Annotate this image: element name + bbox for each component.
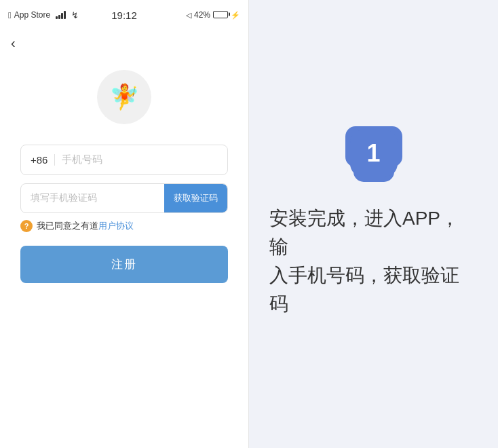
step-badge: 1 (350, 130, 398, 177)
phone-placeholder: 手机号码 (62, 153, 102, 166)
phone-panel:  App Store ↯ 19:12 ◁ 42% ⚡ ‹ 🧚 (0, 0, 249, 448)
step-number: 1 (366, 139, 380, 168)
app-store-label: App Store (14, 10, 50, 20)
logo-container: 🧚 (97, 70, 151, 124)
status-right: ◁ 42% ⚡ (186, 10, 240, 20)
location-icon: ◁ (186, 11, 191, 20)
verify-row: 填写手机验证码 获取验证码 (20, 183, 228, 213)
agreement-row: ? 我已同意之有道用户协议 (20, 220, 134, 232)
battery-percent: 42% (194, 10, 210, 20)
instruction-line1: 安装完成，进入APP，输 (269, 204, 478, 261)
agreement-static-text: 我已同意之有道 (37, 221, 98, 231)
app-content: 🧚 +86 手机号码 填写手机验证码 获取验证码 ? 我已同意之有道用户协议 注… (0, 56, 248, 448)
phone-input-group: +86 手机号码 (20, 145, 228, 175)
question-mark: ? (24, 222, 29, 230)
agreement-icon: ? (20, 220, 33, 232)
time-display: 19:12 (111, 10, 137, 21)
app-logo: 🧚 (109, 83, 140, 111)
agreement-text: 我已同意之有道用户协议 (37, 220, 134, 232)
instruction-text: 安装完成，进入APP，输 入手机号码，获取验证码 (269, 204, 478, 318)
instruction-line2: 入手机号码，获取验证码 (269, 261, 478, 318)
phone-input-row[interactable]: +86 手机号码 (20, 145, 228, 175)
register-button[interactable]: 注册 (20, 246, 228, 283)
bolt-icon: ⚡ (231, 11, 240, 20)
apple-icon:  (8, 10, 12, 20)
signal-bars (56, 11, 66, 19)
country-code: +86 (31, 154, 55, 166)
status-bar:  App Store ↯ 19:12 ◁ 42% ⚡ (0, 0, 248, 30)
get-code-button[interactable]: 获取验证码 (164, 184, 227, 212)
instruction-panel: 1 安装完成，进入APP，输 入手机号码，获取验证码 (249, 0, 498, 448)
back-chevron-icon: ‹ (11, 35, 16, 51)
status-left:  App Store ↯ (8, 10, 79, 20)
wifi-icon: ↯ (71, 10, 79, 20)
verify-input[interactable]: 填写手机验证码 (21, 184, 164, 212)
battery-icon (213, 11, 228, 20)
back-button[interactable]: ‹ (0, 30, 248, 56)
agreement-link[interactable]: 用户协议 (98, 221, 134, 231)
